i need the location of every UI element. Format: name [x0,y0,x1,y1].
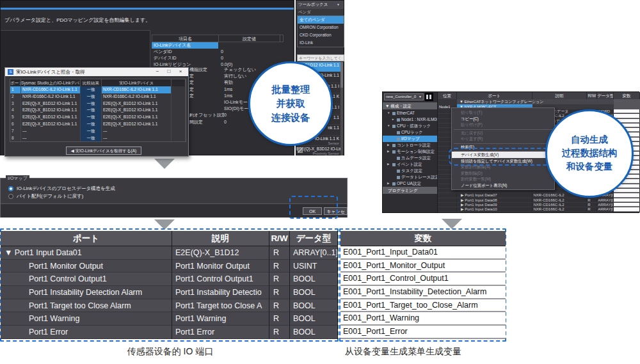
cell-variable[interactable] [614,207,640,211]
actual-device: E2E(Q)-X_B1D12 IO-Link 1.1 [102,121,172,128]
table-row[interactable]: 2 NXR-ID166C-IL2 IO-Link 1.1 一致 NXR-ID16… [10,93,186,100]
tree-expand-icon[interactable]: ► [392,116,396,123]
tree-item[interactable]: ▶ コントローラ設定 [383,142,437,148]
compare-result-badge: 一致 [81,128,102,135]
cell-variable[interactable] [614,193,640,197]
chevron-down-icon[interactable]: ▼ [337,3,340,7]
tree-item[interactable]: ▶ OPC UA設定 [383,180,437,187]
variable-cell[interactable]: E001_Port1_Warning [340,312,506,326]
studio-device: NXR-ID166C-IL2 IO-Link 1.1 [21,93,81,100]
tree-item[interactable]: タスク設定 [383,168,437,174]
tree-item[interactable]: ▼ EtherCAT [383,110,437,116]
tree-expand-icon[interactable]: ▶ [387,161,391,168]
actual-device: E2E(Q)-X_B1D12 IO-Link 1.1 [102,100,172,107]
tree-item[interactable]: カムデータ設定 [383,155,437,161]
property-value[interactable] [218,42,280,49]
radio-generate-process-data[interactable]: IO-Linkデバイスのプロセスデータ構造を生成 [8,186,115,192]
table-row[interactable]: 6 E2E(Q)-X_B1D12 IO-Link 1.1 一致 E2E(Q)-X… [10,121,186,128]
table-row[interactable]: Port1 Monitor Output Port1 Monitor Outpu… [1,260,338,273]
vendor-list-item[interactable]: 全てのベンダ [298,16,344,24]
table-row[interactable]: Port1 Warning Port1 Warning R BOOL [1,312,338,326]
table-row[interactable]: ▶ Port1 Input Data09 NXR-CD166C-IL2 R AR… [438,203,640,207]
table-row[interactable]: ▶ Port1 Input Data08 NXR-CD166C-IL2 R AR… [438,198,640,203]
tree-expand-icon[interactable]: ▼ [387,110,391,116]
tree-item[interactable]: ▼ CPU・拡張ラック [383,123,437,129]
cell-variable[interactable] [614,109,640,113]
radio-byte-array[interactable]: バイト配列(デフォルトに戻す) [8,193,83,200]
tree-expand-icon[interactable]: ▼ [387,123,391,129]
table-row[interactable]: 3 E2E(Q)-X_B1D12 IO-Link 1.1 一致 E2E(Q)-X… [10,100,186,107]
table-row[interactable]: 7 --- 一致 --- [10,128,186,135]
table-row[interactable]: Port1 Control Output1 Port1 Control Outp… [1,273,338,286]
tree-expand-icon[interactable]: ▶ [387,180,391,187]
dialog-title-bar[interactable]: S 実IO-Linkデバイスと照合・取得 − □ × [5,68,188,76]
controller-dropdown[interactable]: new_Controller_0 ▼ [384,93,424,100]
studio-device: E2E(Q)-X_B1D12 IO-Link 1.1 [21,114,81,121]
property-value[interactable]: 0 [218,55,280,61]
cell-position [438,207,457,211]
table-row[interactable]: Port1 Target too Close Alarm Port1 Targe… [1,299,338,313]
table-row[interactable]: Port1 Instability Detection Alarm Port1 … [1,286,338,299]
vendor-list-item[interactable]: OMRON Corporation [298,24,344,31]
vendor-list-item[interactable]: IO-Link [298,39,344,47]
project-tree: ▼ EtherCAT ► Node1 : NXR-ILM08C-E ▼ CPU・… [383,110,437,187]
menu-item[interactable]: 元に戻す(U) [452,130,554,136]
ethercat-config-row[interactable]: ▼ EtherCATネットワークコンフィグレーション [438,99,640,104]
tree-item[interactable]: ► Node1 : NXR-ILM08C-E [383,116,437,123]
property-row[interactable]: ベンダID 0 [152,49,284,55]
tree-item[interactable]: データトレース設定 [383,174,437,180]
get-actual-devices-button[interactable]: ◀ 実IO-Linkデバイスを取得する(A) [66,146,141,155]
tree-item[interactable]: ▶ イベント設定 [383,161,437,168]
close-icon[interactable]: × [175,68,186,76]
menu-item[interactable]: 割付変数一覧(M) [452,176,554,182]
cell-variable[interactable] [614,189,640,193]
tree-expand-icon[interactable]: ▶ [387,148,391,155]
tree-expand-icon[interactable]: ▶ [387,142,391,148]
scrollbar[interactable] [340,62,343,155]
variable-cell[interactable]: E001_Port1_Monitor_Output [340,260,506,273]
cell-variable[interactable] [614,114,640,118]
device-list-item[interactable]: E2E(Q)-X_B3D12 IO-Link 1.1 Proximity Sen… [296,146,342,156]
studio-device: E2E(Q)-X_B1D12 IO-Link 1.1 [21,107,81,114]
table-row[interactable]: 5 E2E(Q)-X_B1D12 IO-Link 1.1 一致 E2E(Q)-X… [10,114,186,121]
table-row[interactable]: ▶ Port1 Input Data10 NXR-CD166C-IL2 R AR… [438,207,640,212]
tree-item[interactable]: CPUラック [383,129,437,136]
cell-variable[interactable] [614,198,640,202]
maximize-button[interactable]: □ [164,68,174,76]
table-row[interactable]: 4 E2E(Q)-X_B1D12 IO-Link 1.1 一致 E2E(Q)-X… [10,107,186,114]
menu-item[interactable]: 切り取り(T) [452,109,554,116]
cell-rw: R [587,203,597,207]
radio-selected-icon[interactable] [8,186,13,191]
variable-cell[interactable]: E001_Port1_Target_too_Close_Alarm [340,299,506,313]
property-value[interactable]: 0 [218,49,280,55]
vendor-list-item[interactable]: CKD Corporation [298,31,344,39]
explorer-toolbar[interactable] [425,93,433,101]
variable-cell[interactable]: E001_Port1_Control_Output1 [340,273,506,286]
table-row[interactable]: ▶ Port1 Input Data07 NXR-CD166C-IL2 R AR… [438,193,640,198]
minimize-button[interactable]: − [152,68,163,76]
table-row[interactable]: ▼ Port1 Input Data01 E2E(Q)-X_B1D12 R AR… [1,246,338,260]
tree-item[interactable]: I/Oマップ [383,136,437,142]
table-row[interactable]: 8 --- 一致 --- [10,135,186,142]
port-number: 3 [10,100,21,107]
table-row[interactable]: Port1 Error Port1 Error R BOOL [1,326,338,339]
menu-item[interactable]: ノード位置ポート表示(N) [452,182,554,189]
property-row[interactable]: IO-Linkデバイス名 [152,42,284,49]
tree-section-programming[interactable]: プログラミング [383,187,437,194]
menu-item[interactable]: やり直す(R) [452,136,554,142]
radio-icon[interactable] [8,194,13,199]
search-input[interactable] [297,54,344,61]
actual-device: --- [102,135,172,142]
variable-cell[interactable]: E001_Port1_Error [340,326,506,339]
menu-item[interactable]: 貼り付け(P) [452,122,554,128]
property-row[interactable]: デバイスID 0 [152,55,284,61]
menu-item[interactable]: 変数削除(D) [452,170,554,177]
cell-variable[interactable] [614,203,640,207]
sensor-io-port-table: ポート 説明 R/W データ型 ▼ Port1 Input Data01 E2E… [1,231,338,339]
variable-cell[interactable]: E001_Port1_Instability_Detection_Alarm [340,286,506,299]
menu-item[interactable]: コピー(C) [452,116,554,122]
tree-section-configuration[interactable]: ▼ 構成・設定 [383,102,437,109]
variable-cell[interactable]: E001_Port1_Input_Data01 [340,246,506,260]
tree-item[interactable]: ▶ モーション制御設定 [383,148,437,155]
table-row[interactable]: 1 NXR-CD166C-IL2 IO-Link 1.1 一致 NXR-CD16… [10,86,186,93]
